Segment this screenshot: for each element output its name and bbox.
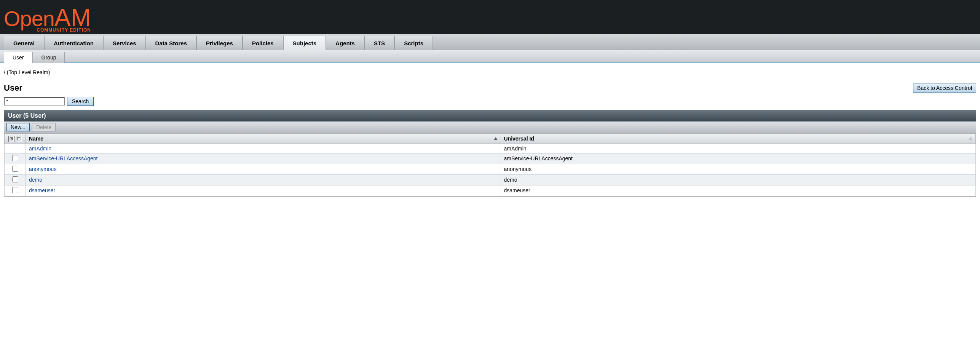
- deselect-all-icon[interactable]: ☐: [16, 136, 22, 142]
- content-area: / (Top Level Realm) User Back to Access …: [0, 63, 980, 203]
- user-link[interactable]: dsameuser: [29, 187, 55, 193]
- row-universal-id-cell: dsameuser: [501, 185, 976, 196]
- tab-sts[interactable]: STS: [364, 36, 394, 50]
- row-checkbox-cell: [5, 174, 26, 185]
- user-link[interactable]: demo: [29, 177, 42, 183]
- search-input[interactable]: [4, 97, 65, 105]
- row-name-cell: amAdmin: [26, 144, 501, 153]
- tab-policies[interactable]: Policies: [243, 36, 283, 50]
- row-checkbox-cell: [5, 153, 26, 164]
- table-row: dsameuserdsameuser: [5, 185, 976, 196]
- row-universal-id-cell: amService-URLAccessAgent: [501, 153, 976, 164]
- select-all-icon[interactable]: ☑: [8, 136, 14, 142]
- tab-data-stores[interactable]: Data Stores: [146, 36, 196, 50]
- tab-scripts[interactable]: Scripts: [394, 36, 433, 50]
- sort-none-icon: [969, 137, 972, 140]
- tab-general[interactable]: General: [4, 36, 44, 50]
- name-column-header[interactable]: Name: [26, 134, 501, 144]
- row-checkbox-cell: [5, 185, 26, 196]
- svg-marker-1: [969, 137, 972, 140]
- row-checkbox[interactable]: [12, 155, 18, 161]
- row-checkbox-cell: [5, 144, 26, 153]
- user-link[interactable]: amAdmin: [29, 145, 51, 152]
- panel-title: User (5 User): [4, 110, 976, 121]
- main-tab-strip: GeneralAuthenticationServicesData Stores…: [0, 34, 980, 50]
- row-checkbox[interactable]: [12, 176, 18, 182]
- table-row: amAdminamAdmin: [5, 144, 976, 153]
- row-universal-id-cell: amAdmin: [501, 144, 976, 153]
- row-name-cell: amService-URLAccessAgent: [26, 153, 501, 164]
- select-column-header: ☑ ☐: [5, 134, 26, 144]
- delete-button: Delete: [32, 123, 56, 131]
- title-row: User Back to Access Control: [4, 83, 976, 93]
- search-row: Search: [4, 97, 976, 106]
- header-bar: OpenAM COMMUNITY EDITION: [0, 0, 980, 34]
- universal-id-column-label: Universal Id: [504, 136, 534, 142]
- row-universal-id-cell: demo: [501, 174, 976, 185]
- subtab-group[interactable]: Group: [33, 52, 65, 63]
- new-button[interactable]: New...: [6, 123, 30, 131]
- user-panel: User (5 User) New... Delete ☑ ☐ Name: [4, 110, 976, 197]
- tab-subjects[interactable]: Subjects: [283, 36, 326, 50]
- table-row: demodemo: [5, 174, 976, 185]
- svg-marker-0: [494, 137, 498, 140]
- row-universal-id-cell: anonymous: [501, 164, 976, 174]
- sub-tab-strip: UserGroup: [0, 50, 980, 63]
- panel-toolbar: New... Delete: [4, 121, 976, 133]
- row-name-cell: demo: [26, 174, 501, 185]
- tab-privileges[interactable]: Privileges: [196, 36, 243, 50]
- subtab-user[interactable]: User: [4, 52, 33, 63]
- tab-agents[interactable]: Agents: [326, 36, 364, 50]
- page-title: User: [4, 83, 22, 93]
- back-to-access-control-button[interactable]: Back to Access Control: [913, 83, 976, 93]
- sort-asc-icon: [494, 137, 498, 140]
- tab-authentication[interactable]: Authentication: [44, 36, 103, 50]
- user-link[interactable]: amService-URLAccessAgent: [29, 155, 98, 161]
- table-row: amService-URLAccessAgentamService-URLAcc…: [5, 153, 976, 164]
- row-name-cell: dsameuser: [26, 185, 501, 196]
- user-link[interactable]: anonymous: [29, 166, 56, 172]
- universal-id-column-header[interactable]: Universal Id: [501, 134, 976, 144]
- logo: OpenAM COMMUNITY EDITION: [4, 4, 91, 33]
- row-checkbox[interactable]: [12, 166, 18, 172]
- table-row: anonymousanonymous: [5, 164, 976, 174]
- row-checkbox-cell: [5, 164, 26, 174]
- row-checkbox[interactable]: [12, 187, 18, 193]
- tab-services[interactable]: Services: [103, 36, 146, 50]
- name-column-label: Name: [29, 136, 43, 142]
- user-table: ☑ ☐ Name Universal Id: [4, 133, 976, 196]
- search-button[interactable]: Search: [67, 97, 94, 106]
- breadcrumb: / (Top Level Realm): [4, 69, 976, 75]
- logo-open: Open: [4, 6, 54, 30]
- row-name-cell: anonymous: [26, 164, 501, 174]
